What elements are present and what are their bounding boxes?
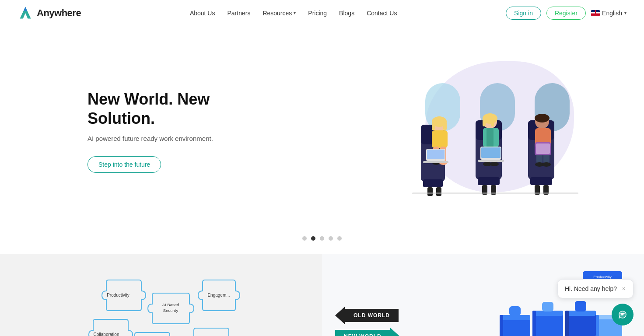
hero-subtitle: AI powered future ready work environment… [88, 135, 271, 142]
flag-icon [591, 10, 600, 16]
nav-about-us[interactable]: About Us [190, 10, 215, 17]
svg-point-73 [622, 314, 623, 315]
carousel-dot-4[interactable] [337, 236, 342, 241]
svg-rect-54 [536, 144, 550, 154]
lang-chevron-icon: ▾ [624, 10, 626, 15]
nav-blogs[interactable]: Blogs [339, 10, 354, 17]
svg-rect-35 [483, 119, 486, 126]
carousel-dots [0, 228, 644, 254]
new-world-label: NEW WORLD [335, 330, 390, 336]
logo-icon [18, 5, 33, 21]
old-world-arrow-left [335, 307, 345, 324]
lang-label: English [602, 10, 622, 17]
svg-rect-57 [500, 315, 503, 336]
chat-bubble: Hi. Need any help? × [557, 279, 634, 298]
svg-rect-23 [432, 122, 435, 130]
puzzle-illustration: Productivity Collaboration AI Based Secu… [69, 267, 253, 336]
puzzle-label-productivity: Productivity [107, 293, 130, 298]
svg-marker-1 [24, 7, 27, 10]
svg-rect-7 [423, 179, 443, 187]
new-world-arrow-right [390, 328, 400, 336]
new-world-row: NEW WORLD [335, 328, 400, 336]
svg-point-47 [535, 114, 550, 122]
resources-chevron-icon: ▾ [294, 10, 296, 15]
chat-icon [617, 309, 628, 320]
puzzle-label-engagement: Engagem... [207, 293, 230, 298]
svg-rect-9 [436, 187, 441, 196]
logo-link[interactable]: Anywhere [18, 5, 81, 21]
hero-cta-button[interactable]: Step into the future [88, 156, 161, 173]
old-world-row: OLD WORLD [335, 307, 399, 324]
nav-partners[interactable]: Partners [227, 10, 250, 17]
hero-title: New World. New Solution. [88, 90, 271, 127]
old-world-label: OLD WORLD [345, 309, 399, 322]
svg-rect-61 [532, 311, 536, 336]
world-arrows-container: OLD WORLD NEW WORLD [335, 307, 479, 336]
svg-rect-58 [509, 306, 521, 316]
chat-open-button[interactable] [612, 304, 634, 326]
bottom-left-panel: Productivity Collaboration AI Based Secu… [0, 254, 322, 336]
svg-rect-8 [427, 187, 433, 196]
right-puzzle-productivity: Productivity [593, 275, 611, 279]
svg-rect-12 [478, 177, 500, 185]
svg-point-74 [623, 314, 624, 315]
puzzle-label-collaboration: Collaboration [94, 332, 119, 336]
logo-text: Anywhere [37, 7, 81, 19]
puzzle-label-ai-security-1: AI Based [162, 302, 179, 307]
navbar-actions: Sign in Register English ▾ [506, 7, 626, 20]
svg-point-52 [542, 162, 551, 167]
signin-button[interactable]: Sign in [506, 7, 541, 20]
language-selector[interactable]: English ▾ [591, 10, 626, 17]
register-button[interactable]: Register [546, 7, 586, 20]
svg-point-42 [490, 162, 499, 166]
svg-rect-44 [481, 147, 500, 158]
nav-contact-us[interactable]: Contact Us [367, 10, 397, 17]
puzzle-svg: Productivity Collaboration AI Based Secu… [69, 267, 253, 336]
nav-links: About Us Partners Resources ▾ Pricing Bl… [190, 10, 397, 17]
carousel-dot-2[interactable] [320, 236, 324, 241]
hero-section: New World. New Solution. AI powered futu… [0, 26, 644, 228]
svg-rect-62 [542, 302, 553, 312]
carousel-dot-0[interactable] [302, 236, 307, 241]
svg-rect-45 [478, 160, 504, 162]
svg-rect-36 [491, 119, 494, 126]
svg-rect-25 [432, 130, 448, 148]
chat-widget: Hi. Need any help? × [557, 279, 634, 326]
bottom-section: Productivity Collaboration AI Based Secu… [0, 254, 644, 336]
svg-point-72 [621, 314, 622, 315]
chat-close-button[interactable]: × [621, 285, 626, 293]
puzzle-label-ai-security-2: Security [163, 308, 178, 313]
carousel-dot-1[interactable] [311, 236, 315, 241]
navbar: Anywhere About Us Partners Resources ▾ P… [0, 0, 644, 26]
svg-rect-38 [486, 128, 494, 147]
svg-rect-31 [427, 150, 444, 159]
hero-content: New World. New Solution. AI powered futu… [88, 90, 271, 172]
svg-rect-20 [412, 192, 578, 194]
nav-pricing[interactable]: Pricing [308, 10, 327, 17]
svg-rect-17 [530, 177, 552, 185]
hero-svg-illustration [399, 57, 583, 206]
carousel-dot-3[interactable] [329, 236, 333, 241]
chat-message: Hi. Need any help? [565, 285, 617, 292]
svg-rect-24 [443, 122, 447, 130]
svg-rect-32 [423, 161, 448, 163]
hero-illustration [399, 57, 583, 206]
nav-resources[interactable]: Resources ▾ [262, 10, 296, 17]
